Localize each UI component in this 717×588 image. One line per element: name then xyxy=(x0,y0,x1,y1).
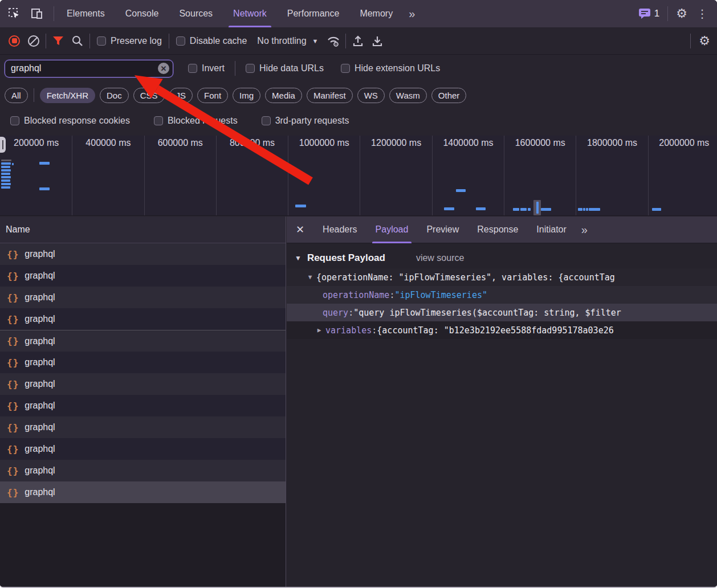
payload-line-operationName[interactable]: operationName: "ipFlowTimeseries" xyxy=(287,286,717,304)
chip-fetch-xhr[interactable]: Fetch/XHR xyxy=(40,88,95,103)
timeline-tick-label: 800000 ms xyxy=(217,138,288,148)
chip-wasm[interactable]: Wasm xyxy=(389,88,427,103)
timeline-request-bar xyxy=(12,163,14,165)
clear-filter-icon[interactable]: ✕ xyxy=(158,63,169,74)
details-tab-response[interactable]: Response xyxy=(468,217,527,243)
inspect-element-icon[interactable] xyxy=(5,4,24,23)
timeline-segment: 200000 ms xyxy=(1,136,72,216)
request-row[interactable]: {}graphql xyxy=(0,330,286,352)
tab-network[interactable]: Network xyxy=(223,0,277,27)
colon: : xyxy=(389,290,394,300)
preserve-log-toggle[interactable]: Preserve log xyxy=(92,36,166,46)
expander-down-icon[interactable]: ▼ xyxy=(306,273,314,281)
details-more-tabs-icon[interactable]: » xyxy=(576,223,592,236)
request-row[interactable]: {}graphql xyxy=(0,460,286,481)
timeline-tick-label: 600000 ms xyxy=(145,138,216,148)
kebab-menu-icon[interactable]: ⋮ xyxy=(693,7,711,21)
chip-font[interactable]: Font xyxy=(197,88,228,103)
payload-line-query[interactable]: query: "query ipFlowTimeseries($accountT… xyxy=(287,304,717,321)
invert-toggle[interactable]: Invert xyxy=(184,63,229,74)
tab-console[interactable]: Console xyxy=(115,0,169,27)
fetch-json-icon: {} xyxy=(7,487,19,498)
details-tab-payload[interactable]: Payload xyxy=(366,217,418,243)
import-har-icon[interactable] xyxy=(348,31,368,51)
chip-all[interactable]: All xyxy=(5,88,28,103)
request-row[interactable]: {}graphql xyxy=(0,416,286,438)
chip-doc[interactable]: Doc xyxy=(100,88,129,103)
filter-icon[interactable] xyxy=(48,31,68,51)
tab-elements[interactable]: Elements xyxy=(56,0,115,27)
3rd-party-requests-toggle[interactable]: 3rd-party requests xyxy=(257,116,354,126)
details-tab-initiator[interactable]: Initiator xyxy=(527,217,575,243)
request-row[interactable]: {}graphql xyxy=(0,352,286,373)
invert-checkbox[interactable] xyxy=(188,64,197,73)
request-row[interactable]: {}graphql xyxy=(0,265,286,287)
chip-media[interactable]: Media xyxy=(265,88,302,103)
checkbox[interactable] xyxy=(154,116,163,125)
chip-img[interactable]: Img xyxy=(233,88,260,103)
chip-css[interactable]: CSS xyxy=(133,88,165,103)
clear-network-log-icon[interactable] xyxy=(24,31,43,51)
chip-manifest[interactable]: Manifest xyxy=(307,88,353,103)
timeline-tick-label: 1200000 ms xyxy=(361,138,432,148)
view-source-link[interactable]: view source xyxy=(416,253,464,263)
filter-input-value: graphql xyxy=(5,63,41,74)
network-settings-gear-icon[interactable]: ⚙ xyxy=(699,34,710,48)
timeline-segment: 400000 ms xyxy=(72,136,144,216)
details-tab-headers[interactable]: Headers xyxy=(313,217,366,243)
requests-table: Name {}graphql{}graphql{}graphql{}graphq… xyxy=(0,217,286,588)
request-row[interactable]: {}graphql xyxy=(0,438,286,460)
chip-other[interactable]: Other xyxy=(431,88,467,103)
chip-ws[interactable]: WS xyxy=(357,88,385,103)
issues-indicator[interactable]: 1 xyxy=(638,8,659,19)
timeline-request-bar xyxy=(1,176,11,178)
details-tab-preview[interactable]: Preview xyxy=(417,217,468,243)
device-toolbar-icon[interactable] xyxy=(27,4,47,23)
hide-extension-urls-checkbox[interactable] xyxy=(341,64,350,73)
disable-cache-toggle[interactable]: Disable cache xyxy=(172,36,252,46)
blocked-requests-toggle[interactable]: Blocked requests xyxy=(149,116,242,126)
checkbox[interactable] xyxy=(262,116,271,125)
collapse-caret-icon[interactable]: ▼ xyxy=(295,254,302,262)
request-row[interactable]: {}graphql xyxy=(0,243,286,265)
request-row[interactable]: {}graphql xyxy=(0,481,286,503)
more-tabs-icon[interactable]: » xyxy=(403,7,419,21)
filter-input[interactable]: graphql ✕ xyxy=(5,60,173,77)
request-payload-header: ▼ Request Payload view source xyxy=(287,243,717,268)
network-conditions-icon[interactable] xyxy=(324,31,343,51)
timeline-tick-label: 1800000 ms xyxy=(576,138,647,148)
throttling-select[interactable]: No throttling ▼ xyxy=(251,36,324,46)
fetch-json-icon: {} xyxy=(7,357,19,368)
expander-right-icon[interactable]: ▶ xyxy=(315,326,323,334)
request-row[interactable]: {}graphql xyxy=(0,373,286,395)
hide-extension-urls-toggle[interactable]: Hide extension URLs xyxy=(336,63,445,74)
resource-type-chips: AllFetch/XHRDocCSSJSFontImgMediaManifest… xyxy=(0,83,717,107)
payload-root-line[interactable]: ▼ {operationName: "ipFlowTimeseries", va… xyxy=(287,268,717,286)
tab-performance[interactable]: Performance xyxy=(277,0,350,27)
hide-data-urls-toggle[interactable]: Hide data URLs xyxy=(241,63,328,74)
request-row[interactable]: {}graphql xyxy=(0,308,286,330)
colon: : xyxy=(372,325,377,336)
network-overview-timeline[interactable]: 200000 ms400000 ms600000 ms800000 ms1000… xyxy=(0,136,717,216)
payload-line-variables[interactable]: ▶ variables: {accountTag: "b12e3b2192ee5… xyxy=(287,321,717,339)
preserve-log-checkbox[interactable] xyxy=(97,36,106,46)
payload-key: query xyxy=(323,308,348,318)
tab-sources[interactable]: Sources xyxy=(169,0,223,27)
checkbox[interactable] xyxy=(10,116,19,125)
name-column-header[interactable]: Name xyxy=(0,217,286,243)
disable-cache-checkbox[interactable] xyxy=(176,36,185,46)
close-details-icon[interactable]: ✕ xyxy=(287,223,313,236)
request-row[interactable]: {}graphql xyxy=(0,287,286,308)
tab-memory[interactable]: Memory xyxy=(349,0,403,27)
record-button[interactable] xyxy=(5,31,24,51)
settings-gear-icon[interactable]: ⚙ xyxy=(676,6,687,21)
timeline-segment: 800000 ms xyxy=(217,136,288,216)
hide-data-urls-checkbox[interactable] xyxy=(246,64,255,73)
blocked-response-cookies-toggle[interactable]: Blocked response cookies xyxy=(6,116,135,126)
search-icon[interactable] xyxy=(68,31,87,51)
request-row[interactable]: {}graphql xyxy=(0,395,286,416)
chip-js[interactable]: JS xyxy=(169,88,193,103)
timeline-segment: 1800000 ms xyxy=(576,136,648,216)
export-har-icon[interactable] xyxy=(368,31,387,51)
timeline-request-bar xyxy=(1,186,10,189)
